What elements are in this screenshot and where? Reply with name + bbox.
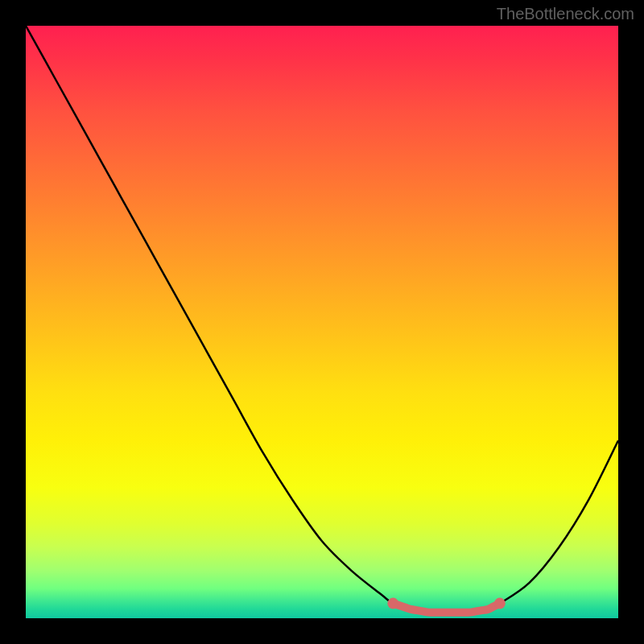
highlight-segment <box>393 604 499 613</box>
main-curve <box>26 26 618 613</box>
chart-container <box>26 26 618 618</box>
watermark-text: TheBottleneck.com <box>497 5 634 23</box>
highlight-end-dot <box>494 598 506 609</box>
highlight-start-dot <box>387 598 398 609</box>
chart-svg <box>26 26 618 618</box>
